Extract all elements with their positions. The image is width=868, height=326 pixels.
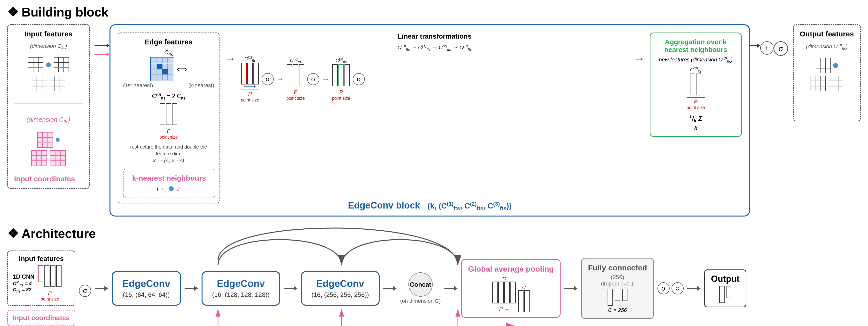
output-shapes [800,58,854,91]
agg-new-features: new features (dimension C(3)fts) [655,56,736,64]
arrow-line-out [750,46,757,46]
edgeconv-params-text: (k, (C(1)fts, C(2)fts, C(3)fts)) [427,201,512,210]
lt-c2: C(2)fts [290,57,301,64]
agg-ps: Ppoint size [687,97,705,110]
output-features-title: Output features [800,30,854,38]
feature-block-4 [50,76,65,91]
double-arrow: ⟺ [177,65,187,73]
fc-param2: dropout p=0.1 [588,280,647,287]
cnn-label: 1D CNN Cinfts = 4 Cfts = 32 [13,273,34,294]
lt-blue-line-1 [244,86,254,87]
arch-edgeconv-3-title: EdgeConv [312,278,369,289]
arch-input-features-label: Input features [13,255,70,263]
edge-features-title: Edge features [123,38,214,46]
cfts-32: Cfts = 32 [13,287,34,293]
stacked-feature-blocks: P point size [123,103,214,140]
point-size-1: P point size [159,127,178,140]
blue-dot-pink-1 [56,138,60,142]
fc-block: Fully connected (256) dropout p=0.1 C = … [581,258,654,319]
blue-dot-knn [169,186,174,191]
pink-grid-1 [37,132,53,148]
edge-grid-group: ⟺ [123,57,214,81]
arrow-to-edgeconv [94,44,110,56]
multi-block-vis-1 [160,103,177,125]
building-block-section: ❖ Building block Input features (dimensi… [7,5,861,217]
arch-arrow-head-5 [454,286,458,291]
arch-arrow-3 [284,286,297,291]
arrow-head-1 [106,44,110,48]
out-blue-dot [833,63,838,68]
fc-c-eq: C = 256 [588,307,647,314]
lt-stage-1: C(1)fts Ppoint size [241,55,259,103]
input-features-pink-dim: (dimension Cfts) [14,116,83,124]
agg-block-wrap: C(3)fts Ppoint size [687,66,705,110]
arch-arrow-head-1 [104,286,108,291]
arch-sigma-circle-1: σ [79,285,91,297]
arch-edgeconv-3-params: (16, (256, 256, 256)) [312,291,369,299]
agg-sum: 1/k Σ k [655,114,736,131]
pink-grid-2 [31,150,47,166]
shape-row-1 [28,57,69,72]
gap-title: Global average pooling [468,265,554,274]
arrow-head-out [757,44,760,48]
arch-content: Input features 1D CNN Cinfts = 4 Cfts = … [7,246,861,326]
lt-arrow-1: → [276,75,284,83]
lt-ps-3: Ppoint size [332,88,350,101]
arch-arrow-line-4 [383,288,393,289]
arch-arrow-line-5 [444,288,454,289]
pink-arrow-line-1 [94,54,106,55]
arch-arrow-head-3 [293,286,297,291]
arch-edgeconv-1-params: (16, (64, 64, 64)) [122,291,170,299]
lt-blocks-2 [287,64,304,86]
arch-arrow-line-1 [95,288,104,289]
gap-c: C [502,276,506,281]
sigma-1: σ [261,73,274,85]
out-block-3 [828,76,843,91]
ps-block-1: P point size [159,103,178,140]
arch-edgeconv-2-params: (16, (128, 128, 128)) [212,291,270,299]
arch-input-coords-box: Input coordinates [7,310,75,326]
arch-arrow-1 [95,286,108,291]
arrow-after-edge: → [224,52,236,65]
gap-multi-blocks [492,281,516,303]
arch-edgeconv-2: EdgeConv (16, (128, 128, 128)) [202,271,280,306]
gap-p: P → [499,305,509,312]
arch-arrow-7 [687,286,701,291]
lt-ps-1: Ppoint size [241,89,259,103]
pink-shape-row-2 [31,150,66,166]
arch-arrow-line-7 [687,288,697,289]
architecture-title: Architecture [22,226,96,241]
arch-edgeconv-2-title: EdgeConv [212,278,270,289]
out-block-1 [816,58,831,73]
lt-c1: C(1)fts [244,55,255,62]
out-block-2 [811,76,826,91]
gap-single-blocks [518,290,530,312]
main-container: ❖ Building block Input features (dimensi… [0,0,868,326]
knearest-box: k-nearest neighbours i ← ↙ [123,169,215,198]
fc-sigma: σ [657,282,670,294]
edgeconv-inner: Edge features Cfts ⟺ [118,32,742,203]
edgeconv-label: EdgeConv block (k, (C(1)fts, C(2)fts, C(… [348,200,512,212]
arch-arrow-5 [444,286,458,291]
edge-large-grid [150,57,174,81]
lt-blue-arrow-1 [254,85,256,88]
arch-input-features-content: 1D CNN Cinfts = 4 Cfts = 32 [13,265,70,302]
fc-title: Fully connected [588,263,647,272]
restructure-note: restructure the data, and double the fea… [123,143,214,164]
p-label-1: P [167,128,170,134]
output-features-box: Output features (dimension C(3)fts) [793,24,861,121]
pink-arrow-down: ↙ [176,185,181,193]
concat-sub: (on dimension C) [400,298,441,304]
input-features-box: Input features (dimension Cfts) [7,24,90,189]
arch-arrow-4 [383,286,397,291]
input-features-shapes-top [14,57,83,91]
arch-cnn-blocks: Ppoint size [38,265,62,302]
arrow-to-agg: → [633,52,645,65]
arch-arrow-line-3 [284,288,293,289]
cin-label: Cinfts = 4 [13,280,34,287]
agg-c3: C(3)fts [690,66,701,73]
bb-content: Input features (dimension Cfts) [7,24,861,217]
plus-circle-wrapper: + [760,41,774,55]
gap-blocks-right: C [518,285,530,312]
pink-shape-row-1 [37,132,60,148]
